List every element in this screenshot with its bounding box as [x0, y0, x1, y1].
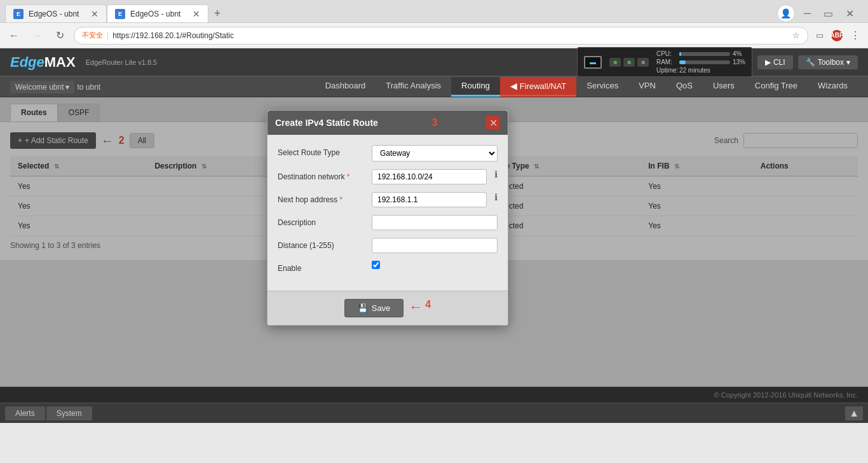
save-button[interactable]: 💾 Save: [344, 299, 404, 317]
distance-row: Distance (1-255): [278, 238, 498, 253]
next-hop-label: Next hop address *: [278, 192, 367, 204]
ram-stat: RAM: 13%: [656, 59, 745, 66]
nav-tabs: Dashboard Traffic Analysis Routing ◀ Fir…: [315, 77, 858, 97]
tab-traffic-analysis[interactable]: Traffic Analysis: [376, 77, 451, 97]
monitor-display: ▬: [590, 59, 596, 66]
uptime-stat: Uptime: 22 minutes: [656, 67, 745, 74]
ram-value: 13%: [733, 59, 745, 66]
bookmark-icon[interactable]: ☆: [792, 31, 800, 40]
tab-services[interactable]: Services: [576, 77, 628, 97]
route-type-select[interactable]: Gateway Blackhole Unreachable: [372, 145, 498, 162]
address-bar-row: ← → ↻ 不安全 | https://192.168.20.1/#Routin…: [0, 23, 868, 48]
enable-label: Enable: [278, 261, 367, 273]
distance-input[interactable]: [372, 238, 498, 253]
welcome-chevron: ▾: [65, 83, 69, 92]
new-tab-button[interactable]: +: [208, 4, 226, 22]
monitor-screen-icon: ▬: [584, 56, 602, 69]
toolbox-chevron: ▾: [846, 58, 850, 67]
cli-button[interactable]: ▶ CLI: [757, 55, 793, 69]
modal-close-button[interactable]: ✕: [486, 116, 500, 130]
description-label: Description: [278, 215, 367, 227]
tab-firewall-nat[interactable]: ◀ Firewall/NAT: [500, 77, 576, 97]
dest-network-row: Destination network * ℹ: [278, 169, 498, 184]
logo: Edge MAX: [10, 54, 76, 71]
bottom-scroll-up[interactable]: ▲: [845, 406, 863, 420]
logo-text-edge: Edge: [10, 54, 44, 71]
next-hop-info-icon[interactable]: ℹ: [494, 192, 498, 202]
logo-area: Edge MAX EdgeRouter Lite v1.8.5: [10, 54, 157, 71]
cpu-label: CPU:: [656, 50, 677, 57]
content-area: Routes OSPF + + Add Static Route ← 2 All…: [0, 97, 868, 403]
save-arrow: ←: [409, 299, 423, 317]
dest-required: *: [347, 172, 350, 181]
tab-favicon-2: E: [115, 9, 125, 19]
tab-config-tree[interactable]: Config Tree: [745, 77, 808, 97]
bottom-tab-alerts[interactable]: Alerts: [5, 406, 45, 420]
header-controls: ▬ ■ ■ ■ CPU: 4% RAM:: [577, 47, 858, 77]
monitor-icons: ■ ■ ■: [609, 58, 649, 67]
to-text: to ubnt: [77, 83, 100, 92]
extension-badge[interactable]: ABP: [831, 30, 843, 41]
user-bar: Welcome ubnt ▾ to ubnt Dashboard Traffic…: [0, 77, 868, 97]
address-input[interactable]: 不安全 | https://192.168.20.1/#Routing/Stat…: [74, 27, 808, 45]
enable-row: Enable: [278, 261, 498, 273]
tab-vpn[interactable]: VPN: [628, 77, 666, 97]
cpu-fill: [679, 52, 681, 56]
tab-routing[interactable]: Routing: [451, 77, 500, 97]
toolbox-label: Toolbox: [818, 58, 844, 67]
browser-tab-1[interactable]: E EdgeOS - ubnt ✕: [5, 4, 107, 22]
save-label: Save: [372, 303, 391, 313]
wrench-icon: 🔧: [806, 58, 815, 67]
ethernet-icon-3: ■: [637, 58, 649, 67]
toolbox-button[interactable]: 🔧 Toolbox ▾: [798, 55, 858, 69]
cpu-stat: CPU: 4%: [656, 50, 745, 57]
bottom-bar: Alerts System ▲: [0, 403, 868, 423]
modal-body: Select Route Type Gateway Blackhole Unre…: [268, 135, 508, 291]
tab-close-1[interactable]: ✕: [91, 9, 98, 19]
ethernet-icon-1: ■: [609, 58, 621, 67]
tab-label-1: EdgeOS - ubnt: [29, 10, 79, 18]
tab-dashboard[interactable]: Dashboard: [315, 77, 376, 97]
security-separator: |: [107, 31, 109, 40]
tab-users[interactable]: Users: [703, 77, 745, 97]
next-hop-row: Next hop address * ℹ: [278, 192, 498, 207]
dest-info-icon[interactable]: ℹ: [494, 169, 498, 179]
app-header: Edge MAX EdgeRouter Lite v1.8.5 ▬ ■ ■ ■ …: [0, 48, 868, 77]
maximize-button[interactable]: ▭: [820, 8, 837, 20]
stats-widget: CPU: 4% RAM: 13% Uptime: 22 minutes: [656, 50, 745, 74]
minimize-button[interactable]: ─: [800, 8, 815, 19]
tab-wizards[interactable]: Wizards: [808, 77, 858, 97]
logo-text-max: MAX: [44, 54, 76, 71]
terminal-icon: ▶: [765, 58, 771, 67]
tab-close-2[interactable]: ✕: [193, 9, 200, 19]
close-button[interactable]: ✕: [842, 8, 858, 20]
profile-icon[interactable]: 👤: [777, 4, 795, 22]
welcome-label: Welcome ubnt: [15, 83, 64, 92]
enable-checkbox-row: [372, 261, 380, 269]
next-hop-input[interactable]: [372, 192, 487, 207]
enable-checkbox[interactable]: [372, 261, 380, 269]
description-input[interactable]: [372, 215, 498, 230]
tab-label-2: EdgeOS - ubnt: [130, 10, 180, 18]
cast-icon[interactable]: ▭: [813, 31, 826, 40]
forward-button[interactable]: →: [28, 27, 46, 45]
menu-icon[interactable]: ⋮: [848, 29, 863, 41]
browser-chrome: E EdgeOS - ubnt ✕ E EdgeOS - ubnt ✕ + 👤 …: [0, 0, 868, 48]
ram-bar: [679, 60, 730, 64]
uptime-label: Uptime:: [656, 67, 677, 74]
cpu-value: 4%: [733, 50, 742, 57]
create-route-modal: Create IPv4 Static Route 3 ✕ Select Rout…: [267, 110, 508, 326]
welcome-button[interactable]: Welcome ubnt ▾: [10, 81, 74, 93]
monitor-widget: ▬ ■ ■ ■ CPU: 4% RAM:: [577, 47, 752, 77]
tab-favicon-1: E: [13, 9, 24, 19]
browser-tab-2[interactable]: E EdgeOS - ubnt ✕: [107, 4, 208, 22]
dest-network-label: Destination network *: [278, 169, 367, 181]
tab-qos[interactable]: QoS: [666, 77, 703, 97]
back-button[interactable]: ←: [5, 27, 23, 45]
cpu-bar: [679, 52, 730, 56]
refresh-button[interactable]: ↻: [51, 27, 69, 45]
bottom-tab-system[interactable]: System: [46, 406, 92, 420]
modal-title: Create IPv4 Static Route: [275, 118, 378, 128]
security-warning: 不安全: [82, 31, 103, 40]
dest-network-input[interactable]: [372, 169, 487, 184]
